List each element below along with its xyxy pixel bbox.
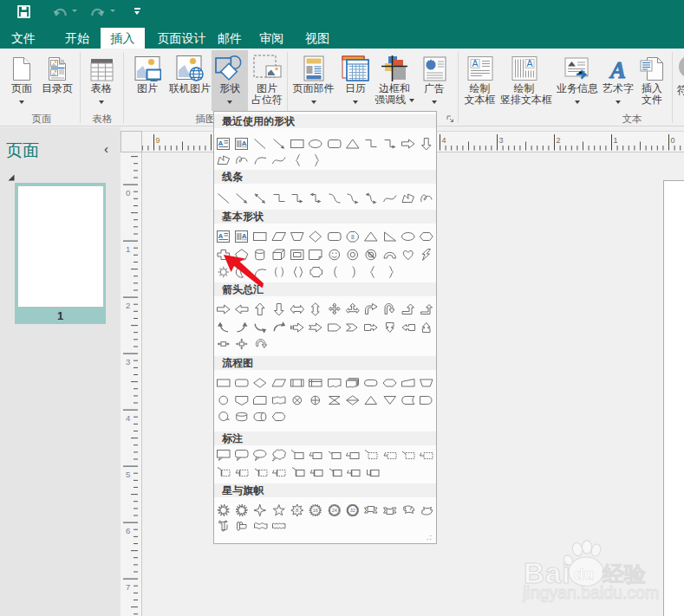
- svg-text:4: 4: [442, 136, 446, 145]
- svg-text:2: 2: [126, 301, 130, 310]
- svg-text:du: du: [574, 565, 594, 583]
- svg-text:24: 24: [331, 508, 336, 513]
- svg-text:A: A: [242, 232, 247, 240]
- svg-text:8: 8: [296, 508, 299, 513]
- svg-text:经验: 经验: [602, 561, 647, 586]
- svg-text:jingyan.baidu.com: jingyan.baidu.com: [522, 583, 659, 602]
- svg-text:A: A: [472, 58, 478, 68]
- svg-text:0: 0: [126, 188, 130, 198]
- svg-text:4: 4: [126, 413, 130, 423]
- svg-text:6: 6: [126, 526, 130, 535]
- svg-text:8: 8: [351, 234, 355, 240]
- svg-text:A: A: [526, 58, 532, 68]
- svg-text:3: 3: [499, 136, 504, 145]
- svg-text:32: 32: [350, 508, 355, 513]
- svg-text:A: A: [218, 139, 223, 146]
- svg-text:1: 1: [614, 136, 618, 145]
- svg-text:5: 5: [126, 470, 130, 479]
- svg-text:A: A: [242, 139, 247, 146]
- svg-text:7: 7: [126, 582, 130, 592]
- svg-text:A: A: [218, 232, 223, 240]
- svg-text:16: 16: [313, 508, 318, 513]
- svg-text:1: 1: [126, 244, 130, 254]
- svg-text:2: 2: [557, 136, 561, 145]
- svg-text:3: 3: [126, 357, 130, 366]
- svg-text:A: A: [609, 59, 626, 81]
- svg-text:0: 0: [671, 136, 675, 145]
- svg-text:9: 9: [156, 136, 160, 145]
